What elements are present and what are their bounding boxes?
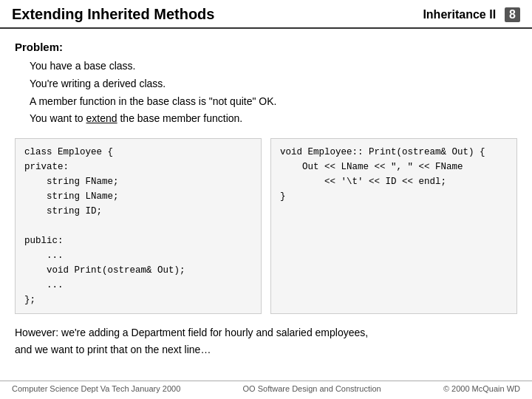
bottom-line-1: However: we're adding a Department field… xyxy=(15,324,517,341)
footer-center: OO Software Design and Construction xyxy=(243,384,381,393)
header-subtitle: Inheritance II xyxy=(423,8,496,21)
page-title: Extending Inherited Methods xyxy=(12,6,214,23)
problem-label: Problem: xyxy=(15,41,517,53)
problem-line-2: You're writing a derived class. xyxy=(30,75,517,93)
main-content: Problem: You have a base class. You're w… xyxy=(0,29,532,381)
problem-line-1: You have a base class. xyxy=(30,58,517,75)
page-header: Extending Inherited Methods Inheritance … xyxy=(0,0,532,29)
problem-text: You have a base class. You're writing a … xyxy=(30,58,517,128)
code-box-right: void Employee:: Print(ostream& Out) { Ou… xyxy=(270,138,517,314)
bottom-text: However: we're adding a Department field… xyxy=(15,324,517,358)
bottom-line-2: and we want to print that on the next li… xyxy=(15,341,517,358)
problem-line-3: A member function in the base class is "… xyxy=(30,93,517,111)
footer-right: © 2000 McQuain WD xyxy=(443,384,520,393)
extend-word: extend xyxy=(86,112,117,124)
page-number: 8 xyxy=(505,7,520,22)
header-right: Inheritance II 8 xyxy=(423,7,520,22)
problem-section: Problem: You have a base class. You're w… xyxy=(15,41,517,128)
footer-left: Computer Science Dept Va Tech January 20… xyxy=(12,384,180,393)
code-box-left: class Employee { private: string FName; … xyxy=(15,138,262,314)
page-footer: Computer Science Dept Va Tech January 20… xyxy=(0,381,532,393)
code-section: class Employee { private: string FName; … xyxy=(15,138,517,314)
problem-line-4: You want to extend the base member funct… xyxy=(30,110,517,128)
